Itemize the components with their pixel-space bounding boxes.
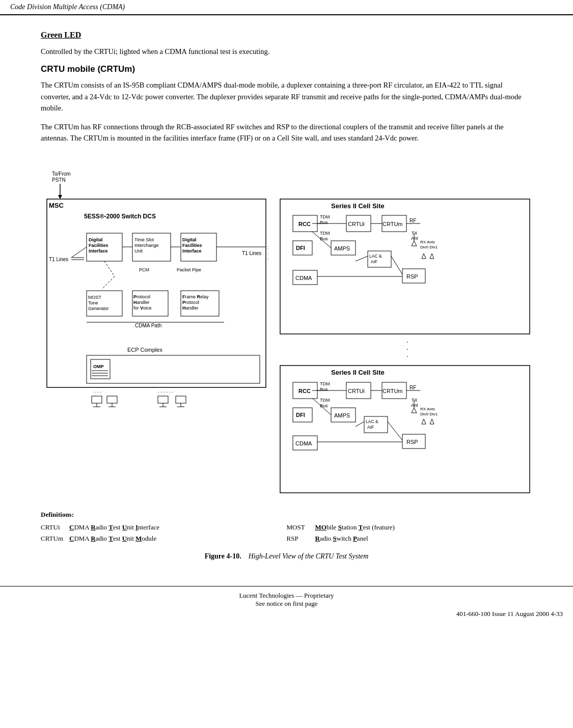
- page-header: Code Division Multiple Access (CDMA): [0, 0, 573, 15]
- diagram-container: To/From PSTN MSC T1 Lines 5ESS®-2000 Swi…: [41, 154, 532, 500]
- def-col-2: CRTUm CDMA Radio Test Unit Module: [41, 533, 287, 544]
- svg-text:.: .: [406, 344, 408, 351]
- svg-text:AIF: AIF: [367, 425, 374, 430]
- page-footer-bottom: 401-660-100 Issue 11 August 2000 4-33: [0, 610, 573, 618]
- svg-text:RX Ants: RX Ants: [420, 407, 435, 411]
- svg-marker-142: [430, 419, 434, 424]
- figure-caption: Figure 4-10. High-Level View of the CRTU…: [41, 552, 532, 561]
- def-col-3: MOST MObile Station Test (feature): [287, 522, 533, 533]
- svg-text:AIF: AIF: [371, 259, 377, 264]
- svg-text:RF: RF: [410, 385, 416, 390]
- definitions-title: Definitions:: [41, 511, 532, 519]
- svg-text:CDMA Path: CDMA Path: [135, 323, 161, 328]
- svg-text:TDM: TDM: [320, 381, 330, 386]
- svg-text:Digital: Digital: [89, 237, 103, 242]
- svg-text:Interface: Interface: [182, 248, 202, 254]
- svg-rect-57: [92, 396, 102, 403]
- svg-text:.: .: [267, 255, 269, 260]
- svg-rect-60: [107, 396, 117, 403]
- figure-caption-label: Figure 4-10.: [205, 552, 241, 560]
- svg-text:Bus: Bus: [320, 387, 328, 392]
- svg-text:OMP: OMP: [93, 364, 104, 369]
- svg-line-107: [356, 256, 368, 261]
- svg-text:To/From: To/From: [52, 171, 71, 177]
- svg-text:AMPS: AMPS: [334, 412, 350, 418]
- svg-text:RCC: RCC: [298, 221, 311, 227]
- svg-text:T1 Lines: T1 Lines: [49, 257, 68, 262]
- svg-text:Interchange: Interchange: [134, 243, 159, 248]
- header-title: Code Division Multiple Access (CDMA): [10, 3, 125, 11]
- svg-text:PCM: PCM: [139, 267, 149, 272]
- svg-text:Generator: Generator: [88, 306, 109, 311]
- system-diagram: To/From PSTN MSC T1 Lines 5ESS®-2000 Swi…: [41, 154, 535, 500]
- svg-marker-3: [58, 195, 62, 199]
- svg-text:ECP Complex: ECP Complex: [127, 347, 162, 353]
- svg-line-151: [388, 422, 402, 440]
- def-term-rsp: RSP: [287, 533, 311, 544]
- svg-text:CDMA: CDMA: [295, 275, 312, 281]
- svg-text:CRTUm: CRTUm: [383, 388, 403, 394]
- definitions-table: CRTUi CDMA Radio Test Unit Interface MOS…: [41, 522, 532, 544]
- svg-text:TX: TX: [412, 231, 418, 236]
- svg-text:AMPS: AMPS: [334, 245, 350, 251]
- svg-line-108: [391, 256, 402, 274]
- svg-text:Tone: Tone: [88, 300, 98, 305]
- def-term-most: MOST: [287, 522, 311, 533]
- svg-text:5ESS®-2000 Switch DCS: 5ESS®-2000 Switch DCS: [84, 213, 156, 220]
- svg-text:Handler: Handler: [133, 300, 150, 305]
- crtu-mobile-para2: The CRTUm has RF connections through the…: [41, 121, 532, 144]
- svg-text:RSP: RSP: [406, 273, 418, 279]
- svg-text:.: .: [406, 337, 408, 344]
- svg-text:RSP: RSP: [406, 439, 418, 445]
- svg-text:MSC: MSC: [49, 202, 64, 209]
- svg-line-42: [71, 247, 87, 258]
- def-desc-crtui: CDMA Radio Test Unit Interface: [69, 522, 159, 533]
- svg-text:. . .  . . .: . . . . . .: [158, 387, 174, 394]
- def-term-crtui: CRTUi: [41, 522, 65, 533]
- svg-line-25: [102, 276, 115, 289]
- svg-text:CRTUm: CRTUm: [383, 221, 403, 227]
- svg-text:MOST: MOST: [88, 295, 102, 300]
- svg-text:TDM: TDM: [320, 231, 330, 236]
- svg-marker-98: [430, 254, 434, 259]
- svg-text:Bus: Bus: [320, 220, 328, 225]
- svg-marker-141: [422, 419, 426, 424]
- svg-rect-4: [47, 199, 266, 387]
- svg-rect-48: [87, 355, 260, 383]
- def-row-2: CRTUm CDMA Radio Test Unit Module RSP Ra…: [41, 533, 532, 544]
- footer-notice: See notice on first page: [0, 600, 573, 608]
- page-footer: Lucent Technologies — Proprietary See no…: [0, 586, 573, 610]
- svg-text:LAC &: LAC &: [369, 254, 382, 259]
- svg-text:Digital: Digital: [182, 237, 197, 242]
- footer-page-ref: 401-660-100 Issue 11 August 2000 4-33: [456, 610, 563, 618]
- green-led-title: Green LED: [41, 31, 532, 40]
- svg-text::: :: [267, 245, 269, 250]
- svg-marker-93: [412, 241, 417, 246]
- svg-text:PSTN: PSTN: [52, 177, 66, 183]
- svg-text:CRTUi: CRTUi: [348, 388, 365, 394]
- svg-text:Frame Relay: Frame Relay: [182, 294, 209, 299]
- svg-text:Packet Pipe: Packet Pipe: [177, 267, 201, 272]
- svg-text:for Voice: for Voice: [133, 305, 152, 311]
- svg-text:. . .: . . .: [94, 387, 101, 394]
- def-desc-crtum: CDMA Radio Test Unit Module: [69, 533, 156, 544]
- def-desc-most: MObile Station Test (feature): [315, 522, 395, 533]
- svg-text:Bus: Bus: [320, 236, 328, 241]
- def-desc-rsp: Radio Switch Panel: [315, 533, 368, 544]
- svg-text:CDMA: CDMA: [295, 440, 312, 446]
- def-row-1: CRTUi CDMA Radio Test Unit Interface MOS…: [41, 522, 532, 533]
- page-content: Green LED Controlled by the CRTUi; light…: [0, 15, 573, 576]
- svg-text:Handler: Handler: [182, 305, 199, 311]
- def-term-crtum: CRTUm: [41, 533, 65, 544]
- svg-text:TX: TX: [412, 398, 418, 403]
- svg-text:Time Slot: Time Slot: [134, 237, 154, 242]
- svg-text:TDM: TDM: [320, 214, 330, 219]
- svg-text:Ant: Ant: [411, 403, 418, 408]
- svg-text:Series II Cell Site: Series II Cell Site: [331, 202, 385, 210]
- svg-rect-63: [158, 396, 168, 403]
- figure-caption-text: High-Level View of the CRTU Test System: [249, 552, 369, 560]
- def-col-1: CRTUi CDMA Radio Test Unit Interface: [41, 522, 287, 533]
- svg-text:RF: RF: [410, 218, 416, 223]
- svg-text:Div0  Div1: Div0 Div1: [420, 412, 438, 416]
- svg-text:Ant: Ant: [411, 236, 418, 241]
